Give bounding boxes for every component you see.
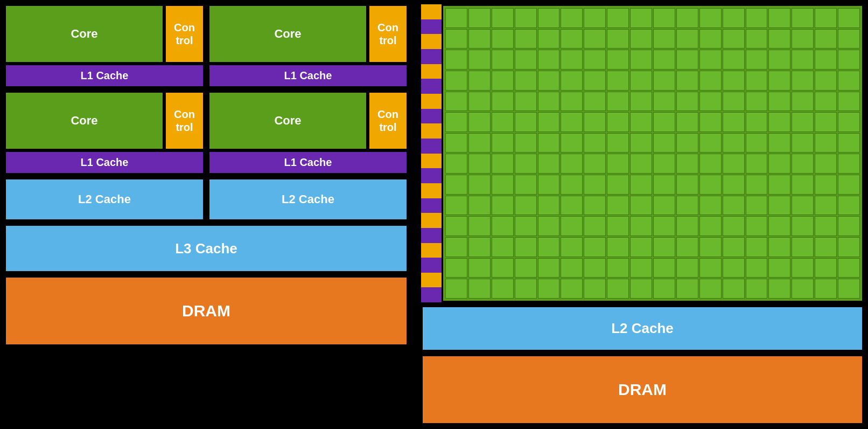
gpu-core-cell [561, 196, 583, 216]
gpu-core-cell [723, 258, 745, 278]
gpu-core-cell [746, 175, 768, 195]
gpu-core-cell [561, 71, 583, 91]
gpu-core-cell [515, 216, 537, 236]
gpu-core-cell [607, 196, 629, 216]
gpu-stripe-14 [421, 213, 442, 228]
gpu-core-cell [468, 216, 491, 236]
gpu-core-cell [561, 112, 583, 132]
gpu-core-cell [792, 112, 814, 132]
gpu-core-cell [723, 133, 745, 153]
gpu-core-cell [445, 258, 467, 278]
gpu-core-cell [630, 112, 652, 132]
cpu-control-1: Control [164, 4, 205, 64]
gpu-core-cell [723, 29, 745, 49]
gpu-core-cell [838, 154, 860, 174]
gpu-core-cell [792, 237, 814, 257]
gpu-core-cell [723, 71, 745, 91]
gpu-core-cell [653, 112, 675, 132]
gpu-core-cell [607, 175, 629, 195]
gpu-core-cell [676, 154, 698, 174]
gpu-core-cell [838, 175, 860, 195]
gpu-core-cell [792, 196, 814, 216]
gpu-core-cell [515, 237, 537, 257]
gpu-core-cell [607, 71, 629, 91]
cpu-l3-cache: L3 Cache [4, 224, 408, 273]
gpu-core-cell [468, 112, 491, 132]
gpu-stripe-12 [421, 183, 442, 198]
gpu-stripe-0 [421, 4, 442, 19]
cpu-control-3: Control [164, 91, 205, 150]
gpu-core-cell [815, 258, 837, 278]
gpu-core-cell [515, 92, 537, 112]
gpu-core-cell [538, 29, 560, 49]
gpu-core-cell [607, 29, 629, 49]
gpu-core-cell [768, 8, 790, 28]
gpu-core-cell [561, 175, 583, 195]
cpu-top-cores-row: Core Control L1 Cache Core Control L1 Ca… [4, 4, 408, 88]
gpu-core-cell [492, 196, 514, 216]
gpu-core-cell [630, 279, 652, 299]
gpu-core-cell [792, 154, 814, 174]
gpu-stripe-17 [421, 258, 442, 273]
gpu-core-cell [746, 279, 768, 299]
gpu-core-cell [838, 92, 860, 112]
gpu-stripe-16 [421, 243, 442, 258]
cpu-core-group-4: Core Control L1 Cache [208, 91, 408, 175]
cpu-l2-cache-1: L2 Cache [4, 178, 205, 221]
gpu-core-cell [746, 237, 768, 257]
gpu-core-cell [699, 92, 722, 112]
architecture-diagram: Core Control L1 Cache Core Control L1 Ca… [4, 4, 864, 425]
gpu-core-cell [838, 133, 860, 153]
gpu-stripe-9 [421, 139, 442, 154]
gpu-core-cell [746, 112, 768, 132]
gpu-core-cell [768, 279, 790, 299]
gpu-core-cell [538, 175, 560, 195]
gpu-core-cell [630, 216, 652, 236]
gpu-core-cell [699, 50, 722, 70]
gpu-core-cell [699, 133, 722, 153]
gpu-stripe-2 [421, 34, 442, 49]
gpu-core-cell [746, 29, 768, 49]
gpu-core-cell [838, 258, 860, 278]
gpu-top-section [421, 4, 864, 302]
gpu-core-cell [515, 112, 537, 132]
gpu-core-cell [653, 133, 675, 153]
gpu-core-cell [515, 279, 537, 299]
gpu-stripe-4 [421, 64, 442, 79]
gpu-core-cell [676, 29, 698, 49]
gpu-core-cell [699, 279, 722, 299]
gpu-core-cell [653, 237, 675, 257]
gpu-core-cell [492, 175, 514, 195]
gpu-core-cell [468, 279, 491, 299]
gpu-core-cell [815, 196, 837, 216]
gpu-core-cell [515, 154, 537, 174]
gpu-core-cell [723, 279, 745, 299]
gpu-core-cell [653, 258, 675, 278]
gpu-core-cell [838, 216, 860, 236]
gpu-core-cell [768, 216, 790, 236]
gpu-stripe-11 [421, 168, 442, 183]
gpu-core-cell [492, 29, 514, 49]
gpu-core-cell [584, 237, 606, 257]
gpu-core-cell [468, 196, 491, 216]
cpu-l2-row: L2 Cache L2 Cache [4, 178, 408, 221]
gpu-core-cell [746, 8, 768, 28]
gpu-core-cell [607, 258, 629, 278]
gpu-core-cell [653, 50, 675, 70]
gpu-core-cell [768, 112, 790, 132]
gpu-core-cell [838, 196, 860, 216]
gpu-core-cell [445, 8, 467, 28]
gpu-core-cell [445, 133, 467, 153]
gpu-core-cell [699, 216, 722, 236]
gpu-core-cell [630, 237, 652, 257]
gpu-core-cell [561, 133, 583, 153]
gpu-core-cell [676, 92, 698, 112]
gpu-core-cell [746, 216, 768, 236]
gpu-core-cell [676, 216, 698, 236]
gpu-core-cell [515, 8, 537, 28]
gpu-core-cell [515, 175, 537, 195]
gpu-core-cell [538, 279, 560, 299]
gpu-core-cell [538, 50, 560, 70]
cpu-core1-with-control: Core Control [4, 4, 205, 64]
gpu-core-cell [792, 92, 814, 112]
